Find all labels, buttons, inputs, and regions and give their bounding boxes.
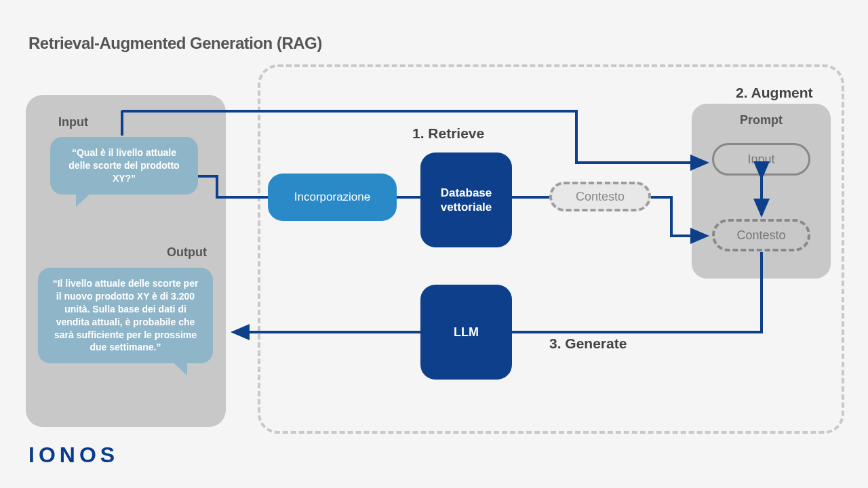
prompt-input-pill: Input [712, 143, 810, 176]
prompt-panel: Prompt Input Contesto [692, 104, 831, 279]
step-augment-label: 2. Augment [736, 85, 813, 101]
context-node: Contesto [549, 182, 651, 211]
output-bubble: “Il livello attuale delle scorte per il … [38, 268, 213, 363]
input-label: Input [58, 115, 88, 129]
vector-db-node: Database vettoriale [420, 152, 512, 247]
io-panel: Input “Qual è il livello attuale delle s… [26, 95, 226, 427]
brand-logo: IONOS [28, 443, 119, 468]
embedding-node: Incorporazione [268, 174, 397, 221]
llm-node: LLM [420, 285, 512, 380]
step-generate-label: 3. Generate [549, 336, 627, 352]
output-label: Output [167, 245, 207, 260]
step-retrieve-label: 1. Retrieve [412, 125, 484, 142]
prompt-context-pill: Contesto [712, 219, 810, 251]
diagram-title: Retrieval-Augmented Generation (RAG) [28, 34, 322, 53]
input-bubble: “Qual è il livello attuale delle scorte … [50, 137, 198, 195]
prompt-title: Prompt [692, 113, 831, 127]
